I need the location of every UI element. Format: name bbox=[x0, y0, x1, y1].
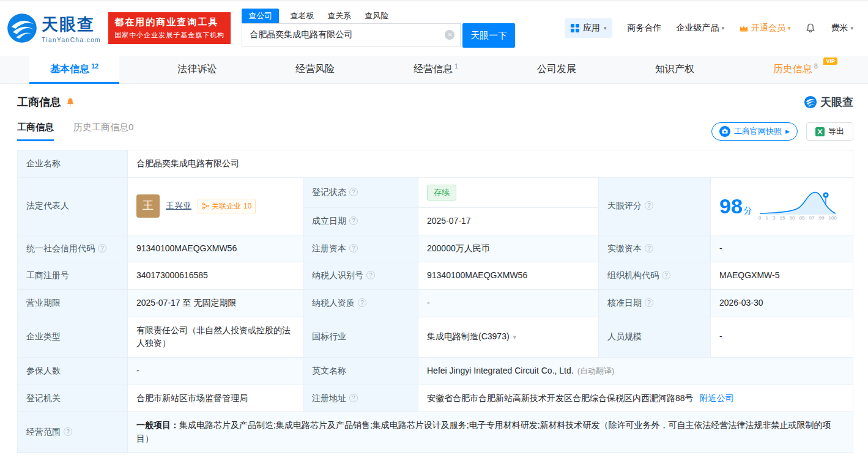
menu-vip-label: 开通会员 bbox=[751, 23, 785, 34]
field-label: 企业类型 bbox=[18, 317, 128, 357]
reg-capital-value: 200000万人民币 bbox=[418, 235, 599, 262]
tianyancha-watermark: 天眼查 bbox=[804, 95, 853, 109]
field-label: 天眼评分? bbox=[599, 177, 711, 235]
table-row: 营业期限 2025-07-17 至 无固定期限 纳税人资质? - 核准日期? 2… bbox=[18, 289, 853, 317]
official-snapshot-button[interactable]: 工商官网快照 ▶ bbox=[711, 122, 798, 141]
subtab-history-business-info[interactable]: 历史工商信息0 bbox=[73, 122, 133, 141]
field-label: 国标行业 bbox=[303, 317, 418, 357]
table-row: 参保人数 - 英文名称 Hefei Jingyi Integrated Circ… bbox=[18, 357, 853, 385]
establish-date-value: 2025-07-17 bbox=[418, 207, 599, 235]
search-tab-company[interactable]: 查公司 bbox=[242, 9, 279, 23]
uscc-value: 91340100MAEQGXMW56 bbox=[128, 235, 303, 262]
score-unit: 分 bbox=[744, 205, 752, 215]
help-icon[interactable]: ? bbox=[645, 201, 653, 210]
field-label: 成立日期? bbox=[303, 207, 418, 235]
grid-icon bbox=[571, 24, 579, 32]
score-value: 98 bbox=[719, 194, 743, 218]
tab-operation-info[interactable]: 经营信息1 bbox=[393, 56, 479, 84]
nearby-companies-link[interactable]: 附近公司 bbox=[700, 393, 734, 403]
help-icon[interactable]: ? bbox=[98, 244, 106, 253]
site-logo[interactable]: 天眼查 TianYanCha.com bbox=[6, 12, 101, 44]
tab-legal-proceedings[interactable]: 法律诉讼 bbox=[157, 56, 237, 84]
field-label: 纳税人识别号? bbox=[303, 262, 418, 290]
field-label: 纳税人资质? bbox=[303, 289, 418, 317]
search-tab-risk[interactable]: 查风险 bbox=[365, 9, 388, 23]
field-label: 核准日期? bbox=[599, 289, 711, 317]
legal-rep-link[interactable]: 王兴亚 bbox=[166, 199, 191, 213]
industry-value: 集成电路制造(C3973)▾ bbox=[418, 317, 599, 357]
search-input[interactable] bbox=[242, 23, 461, 46]
notification-bell-icon[interactable] bbox=[805, 23, 816, 34]
chevron-down-icon: ▾ bbox=[850, 25, 853, 31]
help-icon[interactable]: ? bbox=[349, 216, 358, 225]
export-label: 导出 bbox=[828, 126, 844, 137]
help-icon[interactable]: ? bbox=[64, 427, 72, 436]
org-code-value: MAEQGXMW-5 bbox=[711, 262, 853, 290]
user-menu[interactable]: 费米 ▾ bbox=[831, 23, 853, 34]
tab-count: 12 bbox=[91, 62, 98, 70]
tianyancha-company-page: 天眼查 TianYanCha.com 都在用的商业查询工具 国家中小企业发展子基… bbox=[0, 0, 868, 461]
search-tabs: 查公司 查老板 查关系 查风险 bbox=[242, 9, 515, 23]
help-icon[interactable]: ? bbox=[358, 298, 366, 307]
help-icon[interactable]: ? bbox=[662, 271, 670, 279]
help-icon[interactable]: ? bbox=[645, 298, 653, 307]
avatar[interactable]: 王 bbox=[136, 194, 160, 218]
help-icon[interactable]: ? bbox=[366, 271, 375, 279]
search-tab-relation[interactable]: 查关系 bbox=[327, 9, 351, 23]
tab-company-development[interactable]: 公司发展 bbox=[516, 56, 597, 84]
field-label: 企业名称 bbox=[18, 150, 128, 178]
auto-translate-note: (自动翻译) bbox=[577, 366, 615, 375]
tab-basic-info[interactable]: 基本信息12 bbox=[29, 56, 119, 84]
help-icon[interactable]: ? bbox=[349, 244, 358, 253]
help-icon[interactable]: ? bbox=[349, 188, 358, 196]
search-area: 查公司 查老板 查关系 查风险 ✕ 天眼一下 bbox=[242, 9, 515, 48]
tab-count: 8 bbox=[814, 62, 818, 70]
status-badge: 存续 bbox=[427, 185, 456, 201]
field-label: 登记机关 bbox=[18, 385, 128, 412]
search-button[interactable]: 天眼一下 bbox=[462, 23, 515, 48]
menu-cooperation[interactable]: 商务合作 bbox=[627, 23, 661, 34]
excel-icon bbox=[815, 127, 825, 136]
table-row: 企业类型 有限责任公司（非自然人投资或控股的法人独资） 国标行业 集成电路制造(… bbox=[18, 317, 853, 357]
user-name: 费米 bbox=[831, 23, 848, 34]
tab-history-info[interactable]: 历史信息8 VIP bbox=[752, 56, 839, 84]
company-nav-tabs: 基本信息12 法律诉讼 经营风险 经营信息1 公司发展 知识产权 历史信息8 V… bbox=[0, 56, 868, 84]
field-label: 人员规模 bbox=[599, 317, 711, 357]
english-name-value: Hefei Jingyi Integrated Circuit Co., Ltd… bbox=[418, 357, 853, 385]
field-label: 注册资本? bbox=[303, 235, 418, 262]
table-row: 登记机关 合肥市新站区市场监督管理局 注册地址? 安徽省合肥市合肥新站高新技术开… bbox=[18, 385, 853, 412]
business-term-value: 2025-07-17 至 无固定期限 bbox=[128, 289, 303, 317]
field-label: 英文名称 bbox=[303, 357, 418, 385]
help-icon[interactable]: ? bbox=[645, 244, 653, 253]
table-row: 经营范围? 一般项目：集成电路芯片及产品制造;集成电路芯片及产品销售;集成电路芯… bbox=[18, 412, 853, 452]
crown-icon bbox=[739, 24, 749, 32]
search-tab-boss[interactable]: 查老板 bbox=[290, 9, 314, 23]
menu-vip[interactable]: 开通会员 ▾ bbox=[739, 23, 791, 34]
field-label: 组织机构代码? bbox=[599, 262, 711, 290]
business-scope-value: 一般项目：集成电路芯片及产品制造;集成电路芯片及产品销售;集成电路芯片设计及服务… bbox=[128, 412, 853, 452]
apps-menu-label: 应用 bbox=[583, 23, 600, 34]
apps-menu[interactable]: 应用 ▾ bbox=[565, 18, 613, 38]
alert-bell-icon[interactable] bbox=[65, 97, 75, 107]
arrow-right-icon: ▶ bbox=[785, 128, 790, 135]
registered-address-value: 安徽省合肥市合肥新站高新技术开发区合肥综合保税区内西淝河路88号附近公司 bbox=[418, 385, 853, 412]
slogan-line1: 都在用的商业查询工具 bbox=[114, 17, 224, 28]
approval-date-value: 2026-03-30 bbox=[711, 289, 853, 317]
tab-operation-risk[interactable]: 经营风险 bbox=[275, 56, 355, 84]
score-axis-ticks: 01 315 5085 9799 100 bbox=[759, 215, 837, 222]
related-companies-badge[interactable]: 关联企业 10 bbox=[198, 199, 256, 214]
watermark-text: 天眼查 bbox=[820, 95, 853, 109]
help-icon[interactable]: ? bbox=[349, 394, 358, 402]
chevron-down-icon[interactable]: ▾ bbox=[513, 333, 517, 341]
relation-icon bbox=[202, 202, 209, 210]
score-cell: 98分 01 315 bbox=[711, 177, 853, 235]
subtab-business-info[interactable]: 工商信息 bbox=[17, 122, 54, 141]
export-button[interactable]: 导出 bbox=[806, 122, 853, 141]
tianyancha-logo-icon bbox=[6, 12, 38, 44]
menu-enterprise[interactable]: 企业级产品 ▾ bbox=[676, 23, 724, 34]
field-label: 参保人数 bbox=[18, 357, 128, 385]
section-title: 工商信息 bbox=[17, 95, 61, 109]
snapshot-icon bbox=[719, 126, 730, 137]
tab-intellectual-property[interactable]: 知识产权 bbox=[634, 56, 715, 84]
menu-enterprise-label: 企业级产品 bbox=[676, 23, 719, 34]
